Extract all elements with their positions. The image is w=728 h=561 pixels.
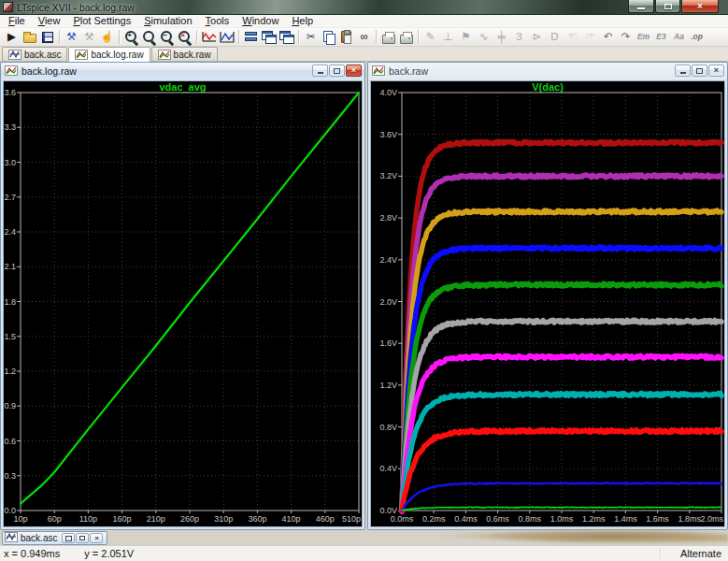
child-minimize-button[interactable] bbox=[675, 65, 691, 77]
tab-label: back.log.raw bbox=[91, 50, 143, 60]
tile-vertically-icon[interactable] bbox=[260, 29, 278, 46]
x-tick-label: 2.0ms bbox=[700, 514, 723, 524]
schematic-icon bbox=[8, 50, 21, 60]
undo-icon[interactable]: ↶ bbox=[599, 29, 617, 46]
place-resistor-icon[interactable]: ∿ bbox=[475, 29, 492, 46]
tile-horizontally-icon[interactable] bbox=[242, 29, 260, 46]
rotate-icon[interactable]: E3 bbox=[652, 29, 670, 46]
halt-icon[interactable]: ⚒ bbox=[80, 29, 98, 46]
child-titlebar[interactable]: back.raw × bbox=[368, 63, 727, 79]
autorange-y-axis-icon[interactable] bbox=[200, 29, 218, 46]
maximize-button[interactable] bbox=[655, 0, 680, 13]
paste-icon[interactable] bbox=[337, 29, 355, 46]
waveform-icon bbox=[5, 65, 18, 76]
tab-back-raw[interactable]: back.raw bbox=[151, 47, 218, 61]
window-title: LTspice XVII - back.log.raw bbox=[17, 2, 135, 13]
waveform-file-icon bbox=[5, 65, 18, 78]
cut-icon[interactable]: ✂ bbox=[302, 29, 320, 46]
trace-v-dac-step-3[interactable] bbox=[402, 430, 721, 511]
plot-pane: V(dac)0.0V0.4V0.8V1.2V1.6V2.0V2.4V2.8V3.… bbox=[370, 80, 725, 527]
run-icon[interactable]: ▶ bbox=[3, 29, 21, 46]
plot-clipped-icon[interactable] bbox=[218, 29, 236, 46]
menu-item-window[interactable]: Window bbox=[236, 15, 285, 27]
x-tick-label: 1.0ms bbox=[550, 514, 574, 524]
place-component-icon[interactable]: D bbox=[546, 29, 564, 46]
menu-item-simulation[interactable]: Simulation bbox=[137, 15, 198, 27]
waveform-file-icon bbox=[372, 65, 385, 78]
app-icon bbox=[3, 2, 13, 12]
tab-back-log-raw[interactable]: back.log.raw bbox=[68, 47, 150, 62]
redo-icon[interactable]: ↷ bbox=[617, 29, 635, 46]
x-tick-label: 310p bbox=[214, 514, 233, 524]
y-tick-label: 1.8 bbox=[4, 297, 16, 307]
text-icon[interactable]: Aa bbox=[670, 29, 688, 46]
find-icon[interactable]: ∞ bbox=[355, 29, 373, 46]
plot-canvas[interactable]: 0.00.30.60.91.21.51.82.12.42.73.03.33.61… bbox=[4, 81, 362, 526]
label-net-icon[interactable]: ⚑ bbox=[457, 29, 475, 46]
place-capacitor-icon[interactable]: ╪ bbox=[492, 29, 510, 46]
draw-wire-icon[interactable]: ✎ bbox=[421, 29, 439, 46]
child-close-button[interactable]: × bbox=[346, 65, 362, 77]
close-button[interactable]: × bbox=[681, 0, 719, 13]
zoom-in-icon[interactable]: + bbox=[122, 29, 140, 46]
minimized-window-back-asc[interactable]: back.asc × bbox=[2, 531, 107, 545]
plot-v-dac[interactable]: V(dac)0.0V0.4V0.8V1.2V1.6V2.0V2.4V2.8V3.… bbox=[371, 81, 724, 526]
move-icon[interactable]: ☜ bbox=[564, 29, 581, 46]
x-tick-label: 260p bbox=[180, 514, 199, 524]
mirror-icon[interactable]: Em bbox=[635, 29, 652, 46]
x-tick-label: 60p bbox=[48, 514, 62, 524]
place-ground-icon[interactable]: ⊥ bbox=[439, 29, 457, 46]
menu-item-plot-settings[interactable]: Plot Settings bbox=[66, 15, 137, 27]
plot-vdac-avg[interactable]: vdac_avg0.00.30.60.91.21.51.82.12.42.73.… bbox=[4, 81, 362, 526]
child-close-button[interactable]: × bbox=[90, 533, 103, 543]
plot-canvas[interactable]: 0.0V0.4V0.8V1.2V1.6V2.0V2.4V2.8V3.2V3.6V… bbox=[371, 81, 724, 526]
y-tick-label: 2.1 bbox=[4, 262, 16, 271]
x-tick-label: 1.8ms bbox=[678, 514, 702, 524]
zoom-full-extents-icon[interactable]: × bbox=[176, 29, 193, 46]
x-tick-label: 0.6ms bbox=[486, 514, 509, 524]
menu-item-view[interactable]: View bbox=[32, 15, 67, 27]
plot-window-back-log-raw: back.log.raw × vdac_avg0.00.30.60.91.21.… bbox=[0, 62, 365, 530]
x-tick-label: 10p bbox=[13, 514, 27, 524]
save-icon[interactable] bbox=[38, 29, 56, 46]
trace-vdac-avg[interactable] bbox=[21, 93, 359, 504]
menu-item-help[interactable]: Help bbox=[285, 15, 320, 27]
plot-window-back-raw: back.raw × V(dac)0.0V0.4V0.8V1.2V1.6V2.0… bbox=[367, 62, 728, 530]
spice-directive-icon[interactable]: .op bbox=[688, 29, 706, 46]
y-tick-label: 0.4V bbox=[379, 464, 397, 473]
child-maximize-button[interactable] bbox=[692, 65, 707, 77]
y-tick-label: 3.6V bbox=[379, 130, 397, 139]
menu-item-file[interactable]: File bbox=[2, 15, 32, 27]
y-tick-label: 0.6 bbox=[4, 437, 16, 446]
child-minimize-button[interactable] bbox=[312, 65, 328, 77]
toolbar-separator bbox=[119, 30, 120, 44]
place-diode-icon[interactable]: ⊳ bbox=[528, 29, 546, 46]
x-tick-label: 0.4ms bbox=[454, 514, 478, 524]
child-close-button[interactable]: × bbox=[708, 65, 724, 77]
open-file-icon[interactable] bbox=[21, 29, 38, 46]
child-titlebar[interactable]: back.log.raw × bbox=[1, 63, 364, 79]
y-tick-label: 1.5 bbox=[4, 332, 16, 341]
schematic-file-icon bbox=[5, 532, 18, 544]
zoom-out-icon[interactable]: − bbox=[158, 29, 176, 46]
cascade-windows-icon[interactable] bbox=[278, 29, 295, 46]
zoom-back-icon[interactable] bbox=[140, 29, 158, 46]
print-preview-icon[interactable] bbox=[397, 29, 415, 46]
x-tick-label: 0.8ms bbox=[519, 514, 542, 524]
copy-icon[interactable] bbox=[320, 29, 337, 46]
window-controls: × bbox=[627, 0, 719, 13]
drag-icon[interactable]: ☞ bbox=[581, 29, 599, 46]
control-panel-icon[interactable]: ⚒ bbox=[63, 29, 80, 46]
child-restore-button[interactable] bbox=[62, 533, 75, 543]
menu-item-tools[interactable]: Tools bbox=[199, 15, 236, 27]
minimize-button[interactable] bbox=[628, 0, 654, 13]
child-maximize-button[interactable] bbox=[76, 533, 89, 543]
trace-v-dac-step-10[interactable] bbox=[402, 175, 721, 511]
print-icon[interactable] bbox=[379, 29, 397, 46]
place-inductor-icon[interactable]: 3 bbox=[510, 29, 528, 46]
child-maximize-button[interactable] bbox=[329, 65, 345, 77]
tab-back-asc[interactable]: back.asc bbox=[2, 47, 67, 61]
pause-icon[interactable]: ☝ bbox=[98, 29, 116, 46]
waveform-icon bbox=[158, 50, 171, 60]
x-tick-label: 1.4ms bbox=[614, 514, 637, 524]
